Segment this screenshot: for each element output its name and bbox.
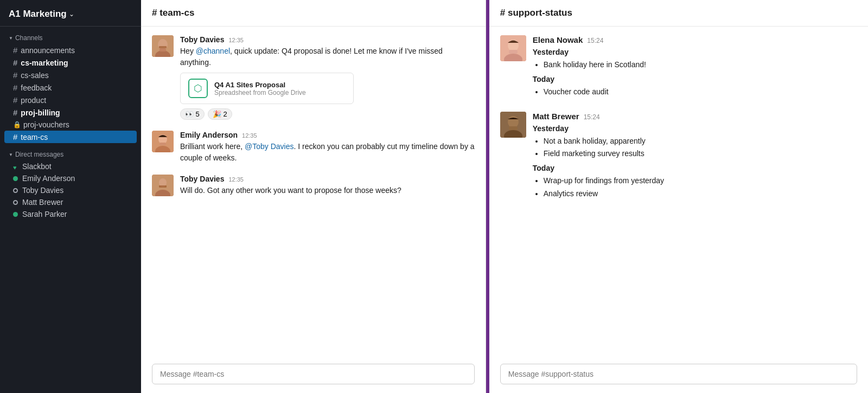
message-header-toby-1: Toby Davies 12:35 [180, 35, 475, 44]
dm-item-toby[interactable]: Toby Davies [4, 184, 137, 196]
offline-status-icon [13, 188, 18, 193]
sidebar: A1 Marketing ⌄ ▼ Channels # announcement… [0, 0, 141, 393]
svg-rect-3 [159, 48, 166, 51]
message-content-emily: Emily Anderson 12:35 Brilliant work here… [180, 131, 475, 164]
team-cs-messages: Toby Davies 12:35 Hey @channel, quick up… [141, 27, 486, 357]
support-status-header: # support-status [489, 0, 868, 27]
hash-icon: # [13, 58, 17, 67]
list-item: Wrap-up for findings from yesterday [544, 175, 857, 188]
channel-name: cs-marketing [21, 59, 68, 67]
team-cs-header: # team-cs [141, 0, 486, 27]
message-author: Toby Davies [180, 35, 224, 44]
sidebar-item-cs-sales[interactable]: # cs-sales [4, 69, 137, 81]
dm-triangle-icon: ▼ [9, 152, 13, 157]
elena-yesterday-title: Yesterday [533, 48, 857, 56]
team-cs-title: # team-cs [152, 8, 194, 18]
svg-rect-18 [509, 50, 518, 54]
channel-name: proj-billing [21, 108, 60, 117]
dm-name: Sarah Parker [22, 210, 67, 218]
standup-time-matt: 15:24 [584, 113, 600, 121]
message-content-toby-1: Toby Davies 12:35 Hey @channel, quick up… [180, 35, 475, 120]
support-status-message-input[interactable] [500, 364, 857, 384]
list-item: Bank holiday here in Scotland! [544, 59, 857, 72]
file-source: Spreadsheet from Google Drive [214, 89, 306, 96]
slackbot-heart-icon: ♥ [13, 164, 18, 169]
message-group-emily: Emily Anderson 12:35 Brilliant work here… [152, 131, 475, 164]
dm-section-header[interactable]: ▼ Direct messages [0, 147, 141, 160]
sidebar-item-team-cs[interactable]: # team-cs [4, 131, 137, 143]
sidebar-item-feedback[interactable]: # feedback [4, 81, 137, 94]
standup-author-elena: Elena Nowak [533, 35, 583, 44]
support-status-messages: Elena Nowak 15:24 Yesterday Bank holiday… [489, 27, 868, 357]
dm-item-emily[interactable]: Emily Anderson [4, 172, 137, 184]
svg-rect-22 [509, 126, 518, 130]
message-header-toby-2: Toby Davies 12:35 [180, 175, 475, 183]
message-group-toby-1: Toby Davies 12:35 Hey @channel, quick up… [152, 35, 475, 120]
online-status-icon [13, 176, 18, 181]
support-status-panel: # support-status Elena Nowak [489, 0, 868, 393]
channel-name: cs-sales [21, 71, 48, 80]
message-group-toby-2: Toby Davies 12:35 Will do. Got any other… [152, 175, 475, 196]
list-item: Field marketing survey results [544, 147, 857, 160]
avatar-emily [152, 131, 174, 152]
sidebar-item-cs-marketing[interactable]: # cs-marketing [4, 56, 137, 69]
workspace-name: A1 Marketing [9, 9, 67, 20]
message-text-toby-2: Will do. Got any other work you want to … [180, 185, 475, 196]
message-time: 12:35 [242, 132, 257, 139]
standup-time-elena: 15:24 [587, 37, 603, 44]
sidebar-item-proj-billing[interactable]: # proj-billing [4, 106, 137, 119]
standup-message-matt: Matt Brewer 15:24 Yesterday Not a bank h… [500, 112, 857, 201]
file-attachment[interactable]: ⬡ Q4 A1 Sites Proposal Spreadsheet from … [180, 73, 354, 104]
message-header-emily: Emily Anderson 12:35 [180, 131, 475, 139]
dm-label: Direct messages [15, 151, 63, 158]
channel-name: announcements [21, 46, 75, 55]
lock-icon: 🔒 [13, 121, 21, 128]
mention-toby: @Toby Davies [245, 142, 293, 151]
support-input-area [489, 357, 868, 393]
team-cs-message-input[interactable] [152, 364, 475, 384]
sidebar-item-product[interactable]: # product [4, 94, 137, 106]
channels-triangle-icon: ▼ [9, 36, 13, 41]
hash-icon: # [13, 83, 17, 92]
sidebar-item-announcements[interactable]: # announcements [4, 44, 137, 56]
elena-yesterday-list: Bank holiday here in Scotland! [533, 59, 857, 72]
list-item: Analytics review [544, 188, 857, 201]
dm-item-matt[interactable]: Matt Brewer [4, 196, 137, 208]
channels-label: Channels [15, 34, 43, 42]
avatar-matt [500, 112, 526, 138]
message-time: 12:35 [228, 176, 244, 183]
reaction-party[interactable]: 🎉 2 [208, 108, 232, 120]
reaction-eyes[interactable]: 👀 5 [180, 108, 205, 120]
dm-item-sarah[interactable]: Sarah Parker [4, 208, 137, 220]
team-cs-panel: # team-cs [141, 0, 486, 393]
avatar-toby-2 [152, 175, 174, 196]
dm-name: Toby Davies [22, 186, 63, 195]
standup-message-elena: Elena Nowak 15:24 Yesterday Bank holiday… [500, 35, 857, 99]
channel-name: feedback [21, 83, 52, 92]
svg-rect-14 [159, 185, 167, 188]
dm-name: Slackbot [22, 162, 52, 171]
elena-today-title: Today [533, 75, 857, 83]
standup-content-matt: Matt Brewer 15:24 Yesterday Not a bank h… [533, 112, 857, 201]
dm-item-slackbot[interactable]: ♥ Slackbot [4, 160, 137, 172]
list-item: Not a bank holiday, apparently [544, 135, 857, 148]
dm-section: ▼ Direct messages ♥ Slackbot Emily Ander… [0, 147, 141, 220]
message-text-toby-1: Hey @channel, quick update: Q4 proposal … [180, 46, 475, 68]
standup-header-matt: Matt Brewer 15:24 [533, 112, 857, 121]
channel-name: proj-vouchers [23, 120, 69, 129]
dm-name: Matt Brewer [22, 198, 63, 207]
list-item: Voucher code audit [544, 86, 857, 99]
message-time: 12:35 [228, 37, 244, 43]
svg-rect-10 [159, 143, 166, 145]
message-text-emily: Brilliant work here, @Toby Davies. I rec… [180, 141, 475, 164]
matt-today-list: Wrap-up for findings from yesterday Anal… [533, 175, 857, 201]
file-name: Q4 A1 Sites Proposal [214, 81, 306, 89]
online-status-icon [13, 212, 18, 217]
workspace-header[interactable]: A1 Marketing ⌄ [0, 0, 141, 27]
channels-section-header[interactable]: ▼ Channels [0, 31, 141, 44]
sidebar-item-proj-vouchers[interactable]: 🔒 proj-vouchers [4, 119, 137, 131]
svg-rect-5 [159, 46, 167, 48]
avatar-elena [500, 35, 526, 61]
avatar-toby [152, 35, 174, 57]
workspace-chevron-icon: ⌄ [69, 10, 74, 18]
